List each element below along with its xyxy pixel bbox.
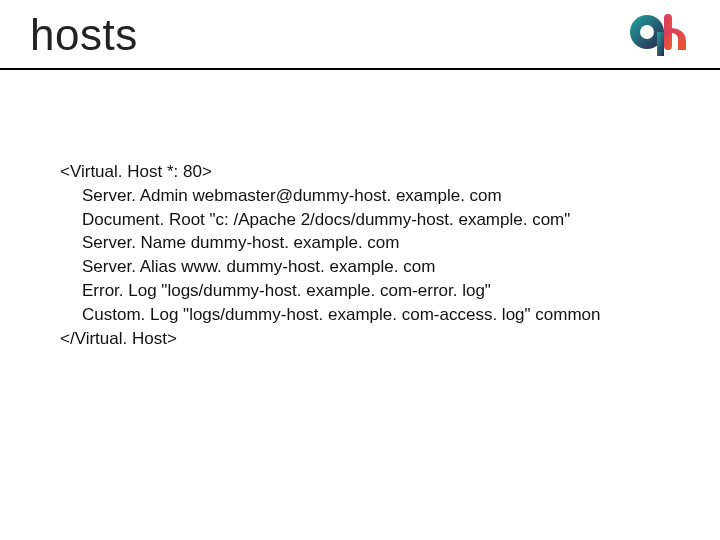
config-block: <Virtual. Host *: 80> Server. Admin webm… (0, 70, 720, 350)
logo-icon (626, 10, 692, 60)
cfg-server-admin: Server. Admin webmaster@dummy-host. exam… (60, 184, 660, 208)
cfg-server-alias: Server. Alias www. dummy-host. example. … (60, 255, 660, 279)
vhost-open: <Virtual. Host *: 80> (60, 160, 660, 184)
svg-point-1 (640, 25, 654, 39)
header: hosts (0, 0, 720, 68)
cfg-document-root: Document. Root "c: /Apache 2/docs/dummy-… (60, 208, 660, 232)
cfg-custom-log: Custom. Log "logs/dummy-host. example. c… (60, 303, 660, 327)
slide: hosts <Virtual. Host *: (0, 0, 720, 540)
vhost-close: </Virtual. Host> (60, 327, 660, 351)
page-title: hosts (30, 10, 690, 68)
cfg-server-name: Server. Name dummy-host. example. com (60, 231, 660, 255)
svg-rect-2 (657, 32, 664, 56)
cfg-error-log: Error. Log "logs/dummy-host. example. co… (60, 279, 660, 303)
